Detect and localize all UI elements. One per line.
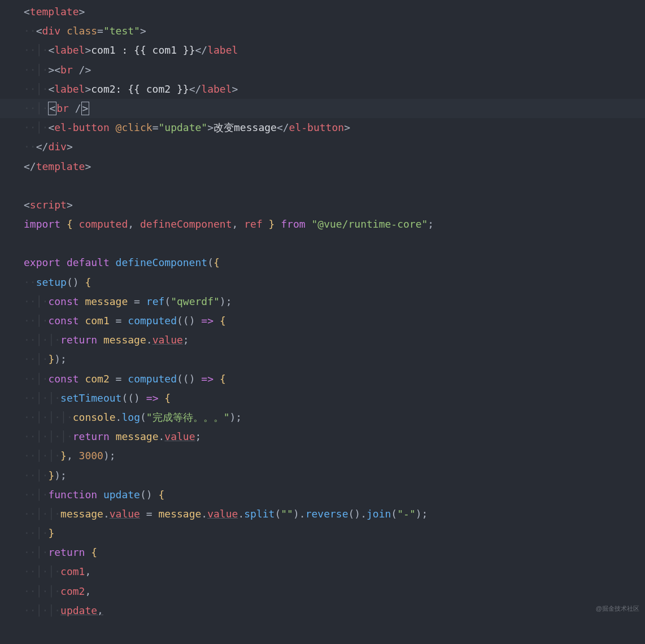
- code-line: <template>: [0, 2, 645, 21]
- code-line: ··│·const message = ref("qwerdf");: [0, 292, 645, 311]
- code-line: ··│·│·message.value = message.value.spli…: [0, 504, 645, 524]
- code-line: ··│·><br />: [0, 60, 645, 80]
- code-line: ··│·│·│·return message.value;: [0, 427, 645, 446]
- code-line: ··│·<el-button @click="update">改变message…: [0, 118, 645, 137]
- code-line: ··│·│·setTimeout(() => {: [0, 389, 645, 408]
- code-line: ··│·│·com2,: [0, 582, 645, 601]
- code-line: ··│·}: [0, 524, 645, 543]
- code-line: [0, 234, 645, 253]
- code-line: ··│·});: [0, 350, 645, 369]
- code-line: ··│·│·}, 3000);: [0, 446, 645, 465]
- watermark: @掘金技术社区: [596, 603, 639, 615]
- code-line: ··<div class="test">: [0, 21, 645, 41]
- code-line: ··│·return {: [0, 543, 645, 562]
- code-line: </template>: [0, 157, 645, 176]
- code-line: ··</div>: [0, 137, 645, 156]
- cursor-start: <: [48, 102, 56, 115]
- code-editor[interactable]: <template> ··<div class="test"> ··│·<lab…: [0, 2, 645, 620]
- code-line: ··│·<label>com2: {{ com2 }}</label>: [0, 80, 645, 99]
- cursor-end: >: [81, 102, 90, 115]
- code-line: ··│·│·│·console.log("完成等待。。。");: [0, 408, 645, 427]
- code-line: ··│·<label>com1 : {{ com1 }}</label: [0, 41, 645, 60]
- code-line: [0, 176, 645, 195]
- code-line: <script>: [0, 195, 645, 215]
- code-line: ··│·│·return message.value;: [0, 330, 645, 350]
- code-line: import { computed, defineComponent, ref …: [0, 215, 645, 234]
- code-line: ··│·│·com1,: [0, 562, 645, 581]
- code-line: ··│·const com2 = computed(() => {: [0, 369, 645, 389]
- code-line-active: ··│·<br />: [0, 99, 645, 118]
- code-line: ··│·│·update,: [0, 601, 645, 620]
- code-line: ··│·const com1 = computed(() => {: [0, 311, 645, 330]
- code-line: ··│·function update() {: [0, 485, 645, 504]
- code-line: ··setup() {: [0, 273, 645, 292]
- code-line: export default defineComponent({: [0, 253, 645, 272]
- code-line: ··│·});: [0, 466, 645, 485]
